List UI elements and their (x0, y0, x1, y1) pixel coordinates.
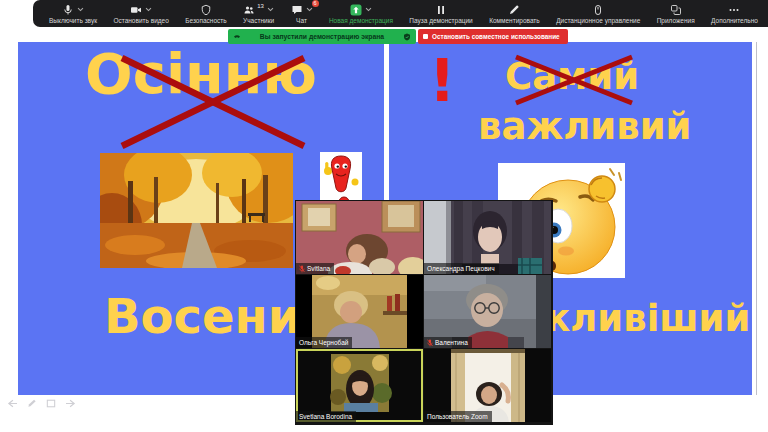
ellipsis-icon (728, 4, 740, 16)
participant-name: Олександра Пецкович (427, 264, 495, 273)
stop-sharing-label: Остановить совместное использование (432, 33, 560, 40)
participant-nametag: Валентина (424, 337, 472, 348)
zoom-meeting-screen: Выключить звук Остановить видео Безопасн… (0, 0, 768, 432)
chevron-down-icon[interactable] (365, 7, 372, 12)
autumn-park-photo (100, 153, 293, 268)
video-tile-valentina[interactable]: Валентина (424, 275, 551, 348)
second-word: важливий (478, 108, 692, 145)
toolbar-item-label: Пауза демонстрации (409, 17, 472, 24)
participants-icon (243, 4, 255, 16)
zoom-toolbar: Выключить звук Остановить видео Безопасн… (33, 0, 768, 27)
participant-name: Ольга Чернобай (299, 338, 348, 347)
chat-button[interactable]: 6 Чат (291, 3, 313, 24)
pen-tool-button[interactable] (27, 399, 37, 408)
remote-control-button[interactable]: Дистанционное управление (556, 3, 640, 24)
toolbar-item-label: Дистанционное управление (556, 17, 640, 24)
participant-nametag: Svitlana (296, 263, 334, 274)
participants-button[interactable]: 13 Участники (243, 3, 274, 24)
participant-nametag: Олександра Пецкович (424, 263, 499, 274)
mouse-icon (592, 4, 604, 16)
pause-icon (435, 4, 447, 16)
sharing-status-banner: Вы запустили демонстрацию экрана (228, 29, 416, 44)
toolbar-item-label: Выключить звук (49, 17, 97, 24)
annotate-button[interactable]: Комментировать (489, 3, 540, 24)
toolbar-item-label: Комментировать (489, 17, 540, 24)
toolbar-item-label: Безопасность (185, 17, 226, 24)
stop-sharing-button[interactable]: Остановить совместное использование (418, 29, 568, 44)
stop-video-button[interactable]: Остановить видео (113, 3, 168, 24)
shield-icon (200, 4, 212, 16)
apps-button[interactable]: Приложения (657, 3, 695, 24)
security-button[interactable]: Безопасность (185, 3, 226, 24)
chat-unread-badge: 6 (312, 0, 319, 7)
toolbar-item-label: Остановить видео (113, 17, 168, 24)
pause-share-button[interactable]: Пауза демонстрации (409, 3, 472, 24)
participant-name: Пользователь Zoom (427, 412, 488, 421)
chevron-down-icon[interactable] (267, 7, 274, 12)
pencil-icon (508, 4, 520, 16)
toolbar-item-label: Чат (296, 17, 307, 24)
chevron-down-icon[interactable] (145, 7, 152, 12)
participants-count-badge: 13 (257, 3, 264, 9)
participant-nametag: Svetlana Borodina (296, 411, 356, 422)
camera-icon (130, 4, 142, 16)
share-screen-icon (350, 4, 362, 16)
window-edge-divider (756, 42, 757, 395)
video-gallery[interactable]: Svitlana (295, 200, 553, 425)
video-tile-olga[interactable]: Ольга Чернобай (296, 275, 423, 348)
stop-icon (423, 34, 428, 39)
video-tile-zoom-user[interactable]: Пользователь Zoom (424, 349, 551, 422)
new-share-button[interactable]: Новая демонстрация (329, 3, 393, 24)
more-button[interactable]: Дополнительно (711, 3, 758, 24)
toolbar-item-label: Новая демонстрация (329, 17, 393, 24)
chevron-down-icon[interactable] (77, 7, 84, 12)
apps-icon (670, 4, 682, 16)
red-cross-mark (118, 54, 308, 150)
participant-name: Svetlana Borodina (299, 412, 352, 421)
next-slide-button[interactable] (65, 399, 76, 408)
red-cross-mark (513, 54, 635, 106)
chevron-down-icon[interactable] (306, 7, 313, 12)
participant-name: Svitlana (307, 264, 330, 273)
slide-bottom-word: Восени (104, 292, 301, 340)
microphone-icon (62, 4, 74, 16)
sharing-status-text: Вы запустили демонстрацию экрана (260, 33, 384, 40)
shield-check-icon (403, 33, 411, 41)
toolbar-item-label: Участники (243, 17, 274, 24)
video-tile-svitlana[interactable]: Svitlana (296, 201, 423, 274)
phone-icon (233, 33, 241, 41)
toolbar-item-label: Приложения (657, 17, 695, 24)
previous-slide-button[interactable] (7, 399, 18, 408)
mute-audio-button[interactable]: Выключить звук (49, 3, 97, 24)
video-tile-svetlana-borodina[interactable]: Svetlana Borodina (296, 349, 423, 422)
participant-nametag: Ольга Чернобай (296, 337, 352, 348)
muted-mic-icon (427, 339, 433, 347)
participant-name: Валентина (435, 338, 468, 347)
toolbar-item-label: Дополнительно (711, 17, 758, 24)
slide-overview-button[interactable] (46, 399, 56, 408)
exclamation-mark: ! (429, 52, 455, 110)
video-tile-oleksandra[interactable]: Олександра Пецкович (424, 201, 551, 274)
muted-mic-icon (299, 265, 305, 273)
slideshow-controls (7, 399, 76, 408)
chat-icon (291, 4, 303, 16)
participant-nametag: Пользователь Zoom (424, 411, 492, 422)
